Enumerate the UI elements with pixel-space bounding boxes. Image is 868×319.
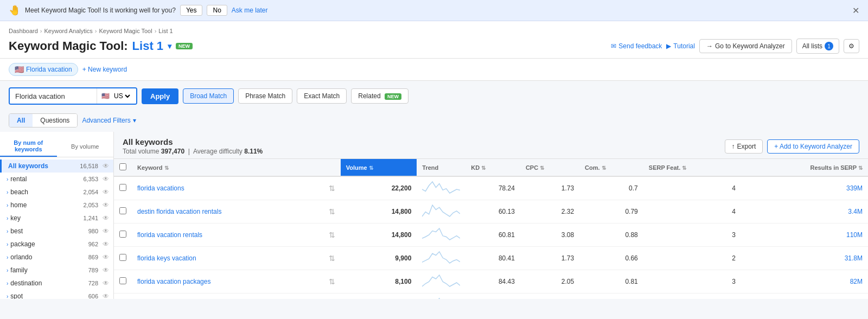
sidebar-tab-by-num[interactable]: By num of keywords bbox=[0, 136, 57, 157]
exact-match-button[interactable]: Exact Match bbox=[297, 88, 347, 104]
eye-icon[interactable]: 👁 bbox=[103, 188, 109, 196]
sidebar-item-destination[interactable]: › destination 728 👁 bbox=[0, 277, 113, 290]
eye-icon[interactable]: 👁 bbox=[103, 175, 109, 183]
go-to-keyword-analyzer-button[interactable]: → Go to Keyword Analyzer bbox=[699, 39, 792, 53]
eye-icon[interactable]: 👁 bbox=[103, 201, 109, 209]
row-checkbox-cell[interactable] bbox=[114, 176, 132, 200]
sidebar-item-key[interactable]: › key 1,241 👁 bbox=[0, 212, 113, 225]
actions-cell[interactable]: ⇅ bbox=[323, 294, 341, 299]
row-checkbox[interactable] bbox=[119, 254, 126, 261]
list-chevron-icon[interactable]: ▾ bbox=[168, 42, 171, 50]
row-checkbox-cell[interactable] bbox=[114, 247, 132, 270]
eye-icon[interactable]: 👁 bbox=[103, 162, 109, 170]
row-checkbox-cell[interactable] bbox=[114, 270, 132, 294]
sidebar-tab-by-volume[interactable]: By volume bbox=[57, 136, 114, 157]
sidebar-item-rental[interactable]: › rental 6,353 👁 bbox=[0, 173, 113, 186]
eye-icon[interactable]: 👁 bbox=[103, 253, 109, 261]
questions-filter-tab[interactable]: Questions bbox=[33, 114, 77, 127]
keyword-cell[interactable]: florida vacations bbox=[132, 176, 323, 200]
apply-button[interactable]: Apply bbox=[142, 88, 178, 104]
sidebar-item-family[interactable]: › family 789 👁 bbox=[0, 264, 113, 277]
tutorial-link[interactable]: ▶ Tutorial bbox=[666, 42, 695, 50]
advanced-filters-button[interactable]: Advanced Filters ▾ bbox=[82, 117, 136, 124]
table-title: All keywords bbox=[123, 137, 263, 146]
phrase-match-button[interactable]: Phrase Match bbox=[238, 88, 292, 104]
sidebar-item-best[interactable]: › best 980 👁 bbox=[0, 225, 113, 238]
trend-col-header[interactable]: Trend bbox=[417, 159, 465, 177]
row-checkbox-cell[interactable] bbox=[114, 294, 132, 299]
keyword-cell[interactable]: florida vacation spots bbox=[132, 294, 323, 299]
row-actions-icon[interactable]: ⇅ bbox=[329, 254, 335, 263]
results-in-serp-cell[interactable]: 31.8M bbox=[741, 247, 868, 270]
row-actions-icon[interactable]: ⇅ bbox=[329, 231, 335, 239]
row-checkbox[interactable] bbox=[119, 207, 126, 214]
results-in-serp-cell[interactable]: 110M bbox=[741, 224, 868, 247]
row-checkbox-cell[interactable] bbox=[114, 200, 132, 224]
keyword-cell[interactable]: florida vacation rentals bbox=[132, 224, 323, 247]
sidebar-item-spot[interactable]: › spot 606 👁 bbox=[0, 290, 113, 299]
sidebar-item-count: 962 bbox=[88, 241, 98, 247]
select-all-checkbox-col[interactable] bbox=[114, 159, 132, 177]
eye-icon[interactable]: 👁 bbox=[103, 266, 109, 274]
search-input[interactable] bbox=[10, 89, 97, 104]
new-keyword-button[interactable]: + New keyword bbox=[82, 66, 127, 73]
com-col-header[interactable]: Com. ⇅ bbox=[579, 159, 643, 177]
eye-icon[interactable]: 👁 bbox=[103, 227, 109, 235]
yes-button[interactable]: Yes bbox=[180, 5, 203, 16]
results-in-serp-col-header[interactable]: Results in SERP ⇅ bbox=[741, 159, 868, 177]
actions-cell[interactable]: ⇅ bbox=[323, 200, 341, 224]
eye-icon[interactable]: 👁 bbox=[103, 214, 109, 222]
kd-col-header[interactable]: KD ⇅ bbox=[465, 159, 520, 177]
row-actions-icon[interactable]: ⇅ bbox=[329, 277, 335, 286]
eye-icon[interactable]: 👁 bbox=[103, 279, 109, 287]
row-checkbox[interactable] bbox=[119, 231, 126, 238]
ask-later-link[interactable]: Ask me later bbox=[232, 7, 268, 14]
row-actions-icon[interactable]: ⇅ bbox=[329, 184, 335, 193]
export-button[interactable]: ↑ Export bbox=[725, 139, 763, 154]
row-checkbox[interactable] bbox=[119, 277, 126, 284]
actions-cell[interactable]: ⇅ bbox=[323, 224, 341, 247]
sidebar-item-package[interactable]: › package 962 👁 bbox=[0, 238, 113, 251]
select-all-checkbox[interactable] bbox=[119, 163, 126, 170]
actions-cell[interactable]: ⇅ bbox=[323, 247, 341, 270]
actions-cell[interactable]: ⇅ bbox=[323, 270, 341, 294]
keyword-cell[interactable]: florida keys vacation bbox=[132, 247, 323, 270]
all-filter-tab[interactable]: All bbox=[9, 114, 33, 127]
breadcrumb-list1[interactable]: List 1 bbox=[158, 28, 173, 34]
arrow-icon: → bbox=[706, 42, 713, 50]
close-notification-button[interactable]: ✕ bbox=[852, 5, 859, 16]
actions-cell[interactable]: ⇅ bbox=[323, 176, 341, 200]
results-in-serp-cell[interactable]: 3.4M bbox=[741, 200, 868, 224]
country-select-wrapper[interactable]: 🇺🇸 US bbox=[97, 88, 136, 104]
sidebar-item-beach[interactable]: › beach 2,054 👁 bbox=[0, 186, 113, 199]
add-to-keyword-analyzer-button[interactable]: + Add to Keyword Analyzer bbox=[767, 139, 859, 154]
results-in-serp-cell[interactable]: 302M bbox=[741, 294, 868, 299]
country-dropdown[interactable]: US bbox=[112, 92, 132, 100]
settings-button[interactable]: ⚙ bbox=[844, 39, 859, 53]
eye-icon[interactable]: 👁 bbox=[103, 292, 109, 299]
results-in-serp-cell[interactable]: 339M bbox=[741, 176, 868, 200]
breadcrumb-dashboard[interactable]: Dashboard bbox=[9, 28, 38, 34]
volume-col-header[interactable]: Volume ⇅ bbox=[341, 159, 417, 177]
no-button[interactable]: No bbox=[207, 5, 227, 16]
related-button[interactable]: Related NEW bbox=[351, 88, 409, 104]
breadcrumb-keyword-magic-tool[interactable]: Keyword Magic Tool bbox=[99, 28, 152, 34]
keyword-cell[interactable]: florida vacation packages bbox=[132, 270, 323, 294]
sidebar-item-all-keywords[interactable]: All keywords 16,518 👁 bbox=[0, 160, 113, 173]
row-checkbox-cell[interactable] bbox=[114, 224, 132, 247]
sidebar-item-home[interactable]: › home 2,053 👁 bbox=[0, 199, 113, 212]
eye-icon[interactable]: 👁 bbox=[103, 240, 109, 248]
breadcrumb-keyword-analytics[interactable]: Keyword Analytics bbox=[44, 28, 93, 34]
send-feedback-link[interactable]: ✉ Send feedback bbox=[611, 42, 662, 50]
broad-match-button[interactable]: Broad Match bbox=[183, 88, 234, 104]
row-checkbox[interactable] bbox=[119, 184, 126, 191]
all-lists-button[interactable]: All lists 1 bbox=[796, 39, 839, 54]
trend-chart bbox=[422, 274, 460, 288]
keyword-cell[interactable]: destin florida vacation rentals bbox=[132, 200, 323, 224]
keyword-col-header[interactable]: Keyword ⇅ bbox=[132, 159, 323, 177]
results-in-serp-cell[interactable]: 82M bbox=[741, 270, 868, 294]
row-actions-icon[interactable]: ⇅ bbox=[329, 207, 335, 216]
cpc-col-header[interactable]: CPC ⇅ bbox=[520, 159, 579, 177]
sidebar-item-orlando[interactable]: › orlando 869 👁 bbox=[0, 251, 113, 264]
serp-feat-col-header[interactable]: SERP Feat. ⇅ bbox=[643, 159, 741, 177]
